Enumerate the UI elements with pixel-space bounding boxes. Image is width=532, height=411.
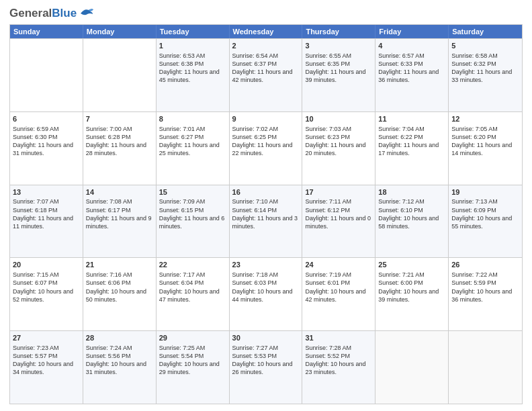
day-cell-3: 3Sunrise: 6:55 AMSunset: 6:35 PMDaylight… (302, 39, 375, 111)
daylight-text: Daylight: 10 hours and 58 minutes. (378, 215, 439, 230)
day-cell-28: 28Sunrise: 7:24 AMSunset: 5:56 PMDayligh… (83, 331, 157, 404)
daylight-text: Daylight: 10 hours and 42 minutes. (305, 288, 365, 303)
sunrise-text: Sunrise: 7:28 AM (305, 345, 351, 351)
day-number: 19 (451, 187, 519, 197)
sunrise-text: Sunrise: 7:11 AM (305, 198, 351, 205)
daylight-text: Daylight: 11 hours and 42 minutes. (232, 68, 293, 83)
sunset-text: Sunset: 6:35 PM (305, 60, 350, 67)
sunset-text: Sunset: 6:33 PM (378, 60, 423, 67)
day-cell-26: 26Sunrise: 7:22 AMSunset: 5:59 PMDayligh… (449, 258, 522, 330)
day-cell-15: 15Sunrise: 7:09 AMSunset: 6:15 PMDayligh… (157, 185, 230, 258)
daylight-text: Daylight: 11 hours and 0 minutes. (305, 215, 371, 230)
day-number: 16 (232, 187, 300, 197)
day-cell-5: 5Sunrise: 6:58 AMSunset: 6:32 PMDaylight… (449, 39, 522, 111)
day-number: 1 (159, 41, 226, 51)
daylight-text: Daylight: 10 hours and 55 minutes. (451, 215, 512, 230)
day-cell-7: 7Sunrise: 7:00 AMSunset: 6:28 PMDaylight… (83, 112, 157, 185)
sunrise-text: Sunrise: 7:04 AM (378, 126, 425, 132)
sunset-text: Sunset: 6:04 PM (159, 279, 204, 286)
day-number: 20 (13, 260, 80, 270)
daylight-text: Daylight: 11 hours and 25 minutes. (159, 142, 220, 156)
empty-cell (375, 331, 449, 404)
day-number: 21 (86, 260, 153, 270)
daylight-text: Daylight: 10 hours and 29 minutes. (159, 361, 220, 375)
day-cell-13: 13Sunrise: 7:07 AMSunset: 6:18 PMDayligh… (10, 185, 83, 258)
day-number: 17 (305, 187, 372, 197)
sunrise-text: Sunrise: 7:10 AM (232, 198, 279, 205)
sunset-text: Sunset: 6:03 PM (232, 279, 277, 286)
day-cell-1: 1Sunrise: 6:53 AMSunset: 6:38 PMDaylight… (157, 39, 230, 111)
sunset-text: Sunset: 6:23 PM (305, 134, 350, 140)
sunrise-text: Sunrise: 7:00 AM (86, 126, 132, 132)
day-number: 11 (378, 114, 445, 124)
day-number: 6 (13, 114, 80, 124)
sunset-text: Sunset: 6:01 PM (305, 279, 350, 286)
day-number: 5 (451, 41, 519, 51)
day-cell-14: 14Sunrise: 7:08 AMSunset: 6:17 PMDayligh… (83, 185, 157, 258)
sunset-text: Sunset: 6:22 PM (378, 134, 423, 140)
empty-cell (83, 39, 157, 111)
sunset-text: Sunset: 6:27 PM (159, 134, 204, 140)
day-header-sunday: Sunday (10, 25, 83, 38)
day-number: 10 (305, 114, 372, 124)
daylight-text: Daylight: 11 hours and 14 minutes. (451, 142, 512, 156)
logo-text: GeneralBlue (9, 7, 77, 20)
sunset-text: Sunset: 6:17 PM (86, 207, 131, 214)
daylight-text: Daylight: 10 hours and 44 minutes. (232, 288, 293, 303)
day-number: 2 (232, 41, 300, 51)
daylight-text: Daylight: 10 hours and 52 minutes. (13, 288, 73, 303)
sunset-text: Sunset: 6:00 PM (378, 279, 423, 286)
daylight-text: Daylight: 10 hours and 31 minutes. (86, 361, 146, 375)
day-number: 7 (86, 114, 153, 124)
calendar-week-5: 27Sunrise: 7:23 AMSunset: 5:57 PMDayligh… (10, 330, 522, 404)
daylight-text: Daylight: 11 hours and 17 minutes. (378, 142, 439, 156)
day-cell-8: 8Sunrise: 7:01 AMSunset: 6:27 PMDaylight… (157, 112, 230, 185)
sunset-text: Sunset: 6:14 PM (232, 207, 277, 214)
day-number: 12 (451, 114, 519, 124)
daylight-text: Daylight: 11 hours and 28 minutes. (86, 142, 146, 156)
sunset-text: Sunset: 5:54 PM (159, 353, 204, 359)
daylight-text: Daylight: 10 hours and 47 minutes. (159, 288, 220, 303)
sunset-text: Sunset: 6:20 PM (451, 134, 496, 140)
daylight-text: Daylight: 11 hours and 33 minutes. (451, 68, 512, 83)
day-number: 30 (232, 333, 300, 343)
sunset-text: Sunset: 6:06 PM (86, 279, 131, 286)
day-cell-2: 2Sunrise: 6:54 AMSunset: 6:37 PMDaylight… (230, 39, 303, 111)
calendar-week-4: 20Sunrise: 7:15 AMSunset: 6:07 PMDayligh… (10, 257, 522, 330)
logo-bird-icon (79, 7, 94, 17)
daylight-text: Daylight: 11 hours and 11 minutes. (13, 215, 73, 230)
day-cell-16: 16Sunrise: 7:10 AMSunset: 6:14 PMDayligh… (230, 185, 303, 258)
sunrise-text: Sunrise: 7:15 AM (13, 271, 59, 278)
sunrise-text: Sunrise: 7:16 AM (86, 271, 132, 278)
day-header-thursday: Thursday (302, 25, 375, 38)
sunrise-text: Sunrise: 7:21 AM (378, 271, 425, 278)
daylight-text: Daylight: 10 hours and 36 minutes. (451, 288, 512, 303)
sunrise-text: Sunrise: 6:57 AM (378, 52, 425, 59)
sunrise-text: Sunrise: 7:23 AM (13, 345, 59, 351)
sunset-text: Sunset: 6:07 PM (13, 279, 58, 286)
sunset-text: Sunset: 6:30 PM (13, 134, 58, 140)
sunrise-text: Sunrise: 7:19 AM (305, 271, 351, 278)
day-number: 3 (305, 41, 372, 51)
day-cell-17: 17Sunrise: 7:11 AMSunset: 6:12 PMDayligh… (302, 185, 375, 258)
day-cell-22: 22Sunrise: 7:17 AMSunset: 6:04 PMDayligh… (157, 258, 230, 330)
day-cell-31: 31Sunrise: 7:28 AMSunset: 5:52 PMDayligh… (302, 331, 375, 404)
sunset-text: Sunset: 6:32 PM (451, 60, 496, 67)
sunset-text: Sunset: 6:18 PM (13, 207, 58, 214)
day-number: 13 (13, 187, 80, 197)
day-number: 4 (378, 41, 445, 51)
sunrise-text: Sunrise: 7:24 AM (86, 345, 132, 351)
day-number: 15 (159, 187, 226, 197)
sunrise-text: Sunrise: 6:53 AM (159, 52, 206, 59)
day-header-monday: Monday (83, 25, 157, 38)
calendar-body: 1Sunrise: 6:53 AMSunset: 6:38 PMDaylight… (10, 38, 522, 404)
daylight-text: Daylight: 10 hours and 50 minutes. (86, 288, 146, 303)
day-header-wednesday: Wednesday (230, 25, 303, 38)
sunrise-text: Sunrise: 7:03 AM (305, 126, 351, 132)
day-cell-23: 23Sunrise: 7:18 AMSunset: 6:03 PMDayligh… (230, 258, 303, 330)
day-cell-11: 11Sunrise: 7:04 AMSunset: 6:22 PMDayligh… (375, 112, 449, 185)
header: GeneralBlue (9, 7, 523, 20)
day-cell-30: 30Sunrise: 7:27 AMSunset: 5:53 PMDayligh… (230, 331, 303, 404)
day-number: 9 (232, 114, 300, 124)
sunrise-text: Sunrise: 7:13 AM (451, 198, 498, 205)
